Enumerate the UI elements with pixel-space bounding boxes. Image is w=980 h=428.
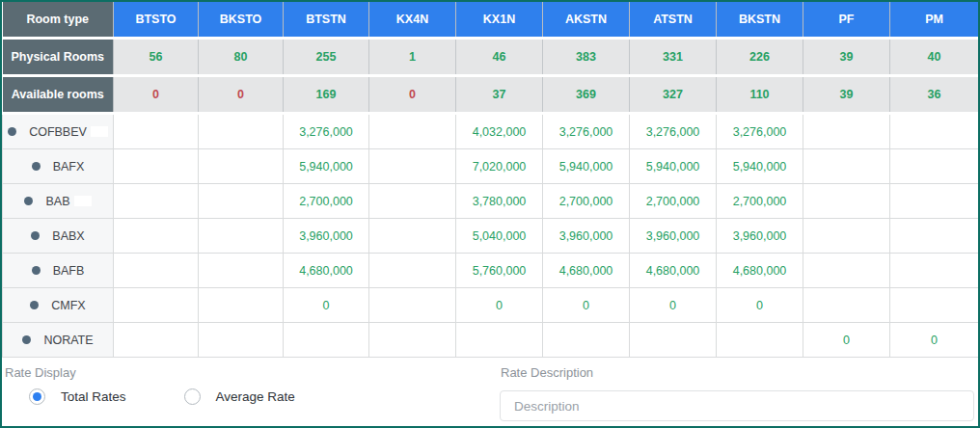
rate-code: NORATE	[43, 334, 93, 347]
column-header: PF	[803, 2, 890, 39]
rate-grid-panel: Room typeBTSTOBKSTOBTSTNKX4NKX1NAKSTNATS…	[0, 0, 980, 428]
rate-row-label[interactable]: BABX	[3, 219, 114, 254]
rate-row-label[interactable]: CMFX	[3, 288, 114, 323]
radio-selected-icon[interactable]	[29, 388, 45, 405]
radio-unselected-icon[interactable]	[184, 388, 201, 405]
rate-value-cell	[890, 114, 979, 149]
rate-value-cell	[114, 323, 199, 358]
rate-value-cell	[803, 149, 890, 184]
rate-value-cell	[114, 184, 199, 219]
summary-row-label: Available rooms	[3, 76, 114, 114]
radio-option-label: Average Rate	[216, 389, 295, 404]
rate-value-cell	[199, 323, 284, 358]
rate-value-cell	[369, 184, 456, 219]
rate-value-cell: 5,760,000	[456, 254, 543, 288]
rate-value-cell	[199, 219, 284, 254]
rate-description-group: Rate Description	[500, 363, 978, 421]
summary-value-cell: 0	[369, 76, 456, 114]
summary-value-cell: 0	[114, 76, 199, 114]
rate-display-options: Total RatesAverage Rate	[4, 388, 500, 405]
rate-value-cell: 3,276,000	[543, 114, 630, 149]
rate-value-cell: 4,680,000	[284, 254, 369, 288]
column-header: PM	[890, 2, 979, 39]
radio-option[interactable]: Average Rate	[184, 388, 295, 405]
header-row: Room typeBTSTOBKSTOBTSTNKX4NKX1NAKSTNATS…	[3, 2, 979, 39]
corner-header: Room type	[3, 2, 114, 39]
rate-row: BAB2,700,0003,780,0002,700,0002,700,0002…	[3, 184, 979, 219]
rate-code: COFBBEV	[29, 125, 87, 139]
rate-row-label[interactable]: BAFB	[3, 254, 114, 288]
redaction-box	[91, 126, 108, 137]
summary-value-cell: 110	[717, 76, 803, 114]
rate-value-cell	[890, 288, 979, 323]
rate-value-cell	[369, 288, 456, 323]
rate-row-label[interactable]: COFBBEV	[3, 114, 114, 149]
rate-value-cell: 4,032,000	[456, 114, 543, 149]
rate-value-cell: 0	[630, 288, 717, 323]
rate-description-input[interactable]	[500, 390, 974, 421]
rate-value-cell: 0	[717, 288, 803, 323]
rate-value-cell	[199, 288, 284, 323]
rate-row: NORATE00	[3, 323, 979, 358]
rate-bullet-icon	[8, 127, 16, 136]
rate-row: COFBBEV3,276,0004,032,0003,276,0003,276,…	[3, 114, 979, 149]
radio-option[interactable]: Total Rates	[29, 388, 126, 405]
summary-value-cell: 255	[284, 39, 369, 76]
summary-value-cell: 327	[630, 76, 717, 114]
column-header: BTSTN	[284, 2, 369, 39]
summary-value-cell: 80	[199, 39, 284, 76]
rate-value-cell	[114, 114, 199, 149]
rate-value-cell	[803, 219, 890, 254]
rate-value-cell	[369, 323, 456, 358]
summary-row: Physical Rooms56802551463833312263940	[3, 39, 979, 76]
rate-value-cell: 3,960,000	[284, 219, 369, 254]
rate-row-label[interactable]: BAB	[3, 184, 114, 219]
rate-display-label: Rate Display	[5, 365, 500, 380]
summary-value-cell: 40	[890, 39, 979, 76]
rate-value-cell	[717, 323, 803, 358]
rate-bullet-icon	[24, 197, 33, 205]
rate-value-cell: 0	[543, 288, 630, 323]
rate-value-cell	[803, 288, 890, 323]
rate-bullet-icon	[31, 231, 40, 240]
rate-row-label[interactable]: BAFX	[3, 149, 114, 184]
summary-value-cell: 36	[890, 76, 979, 114]
rate-value-cell	[199, 254, 284, 288]
rate-value-cell	[890, 219, 979, 254]
summary-value-cell: 37	[456, 76, 543, 114]
rate-row-label[interactable]: NORATE	[3, 323, 114, 358]
radio-option-label: Total Rates	[61, 389, 126, 404]
rate-value-cell	[199, 149, 284, 184]
rate-row: BABX3,960,0005,040,0003,960,0003,960,000…	[3, 219, 979, 254]
summary-value-cell: 226	[717, 39, 803, 76]
column-header: AKSTN	[543, 2, 630, 39]
rate-value-cell	[803, 114, 890, 149]
rate-row: BAFB4,680,0005,760,0004,680,0004,680,000…	[3, 254, 979, 288]
footer-bar: Rate Display Total RatesAverage Rate Rat…	[2, 358, 978, 421]
column-header: BKSTN	[717, 2, 803, 39]
rate-value-cell	[630, 323, 717, 358]
rate-value-cell	[803, 254, 890, 288]
rate-value-cell	[890, 149, 979, 184]
rate-value-cell: 0	[456, 288, 543, 323]
summary-value-cell: 39	[803, 76, 890, 114]
rate-value-cell	[199, 114, 284, 149]
rate-code: BABX	[52, 229, 84, 243]
rate-row: BAFX5,940,0007,020,0005,940,0005,940,000…	[3, 149, 979, 184]
rate-value-cell	[369, 114, 456, 149]
rate-value-cell: 0	[284, 288, 369, 323]
rate-value-cell	[199, 184, 284, 219]
rate-value-cell: 5,940,000	[717, 149, 803, 184]
summary-row-label: Physical Rooms	[3, 39, 114, 76]
rate-value-cell: 2,700,000	[543, 184, 630, 219]
rate-value-cell	[803, 184, 890, 219]
redaction-box	[74, 196, 92, 206]
summary-value-cell: 331	[630, 39, 717, 76]
rate-value-cell	[114, 219, 199, 254]
rate-value-cell	[114, 254, 199, 288]
rates-table-body: Room typeBTSTOBKSTOBTSTNKX4NKX1NAKSTNATS…	[3, 2, 979, 358]
rate-display-group: Rate Display Total RatesAverage Rate	[2, 363, 500, 405]
rate-value-cell: 2,700,000	[630, 184, 717, 219]
rate-value-cell	[284, 323, 369, 358]
rate-value-cell: 5,040,000	[456, 219, 543, 254]
